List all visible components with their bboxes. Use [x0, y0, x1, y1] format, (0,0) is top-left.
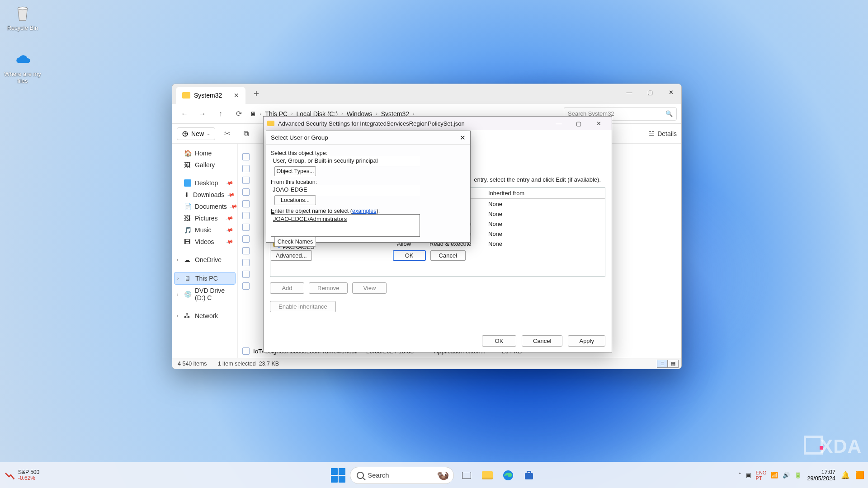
tray-app-icon[interactable]: 🟧 [855, 471, 864, 479]
minimize-button[interactable]: — [549, 117, 568, 129]
object-types-button[interactable]: Object Types... [274, 166, 316, 176]
back-button[interactable]: ← [177, 107, 192, 121]
file-icon [242, 347, 250, 355]
pc-icon: 🖥 [249, 108, 257, 119]
enable-inheritance-button[interactable]: Enable inheritance [270, 301, 336, 312]
tray-screencast-icon[interactable]: ▣ [746, 472, 751, 479]
item-count: 4 540 items [178, 361, 207, 367]
nav-network[interactable]: ›🖧Network [174, 310, 236, 322]
minimize-button[interactable]: — [619, 84, 640, 100]
svg-point-1 [13, 478, 14, 479]
refresh-button[interactable]: ⟳ [231, 107, 246, 121]
maximize-button[interactable]: ▢ [640, 84, 660, 100]
taskbar-clock[interactable]: 17:07 29/05/2024 [807, 469, 835, 482]
nav-desktop[interactable]: Desktop📌 [174, 177, 236, 189]
svg-point-0 [18, 7, 28, 9]
start-button[interactable] [331, 468, 345, 483]
nav-onedrive[interactable]: ›☁OneDrive [174, 254, 236, 266]
cancel-button[interactable]: Cancel [430, 250, 466, 261]
tray-volume-icon[interactable]: 🔊 [783, 472, 790, 479]
nav-videos[interactable]: 🎞Videos📌 [174, 236, 236, 248]
cut-button[interactable]: ✂ [220, 127, 234, 141]
network-icon: 🖧 [184, 312, 191, 319]
object-name-input[interactable]: JOAO-EDGE\Administrators [271, 214, 420, 237]
object-type-label: Select this object type: [271, 150, 466, 156]
tray-language-icon[interactable]: ENGPT [756, 470, 767, 481]
pin-icon: 📌 [226, 238, 234, 246]
file-icon [242, 247, 250, 254]
onedrive-label: Where are my files [4, 70, 41, 84]
list-view-button[interactable]: ≣ [657, 360, 668, 368]
up-button[interactable]: ↑ [213, 107, 228, 121]
explorer-tab-active[interactable]: System32 ✕ [176, 87, 245, 104]
chevron-down-icon: ⌄ [207, 131, 210, 136]
nav-documents[interactable]: 📄Documents📌 [174, 201, 236, 212]
location-field[interactable]: JOAO-EDGE [271, 185, 420, 195]
nav-music[interactable]: 🎵Music📌 [174, 224, 236, 236]
pc-icon: 🖥 [184, 275, 192, 282]
advanced-button[interactable]: Advanced... [271, 250, 312, 261]
new-tab-button[interactable]: ＋ [250, 87, 263, 99]
close-tab-icon[interactable]: ✕ [234, 92, 239, 99]
nav-home[interactable]: 🏠Home [174, 147, 236, 159]
ok-button[interactable]: OK [393, 250, 426, 261]
new-button[interactable]: ⊕ New ⌄ [177, 127, 215, 140]
copy-button[interactable]: ⧉ [239, 127, 253, 141]
nav-this-pc[interactable]: ›🖥This PC [174, 272, 236, 285]
taskbar-edge[interactable] [500, 467, 516, 483]
navigation-pane: 🏠Home 🖼Gallery Desktop📌 ⬇Downloads📌 📄Doc… [172, 144, 238, 358]
desktop-icon-recycle-bin[interactable]: Recycle Bin [2, 4, 43, 31]
ok-button[interactable]: OK [482, 335, 516, 347]
nav-pictures[interactable]: 🖼Pictures📌 [174, 212, 236, 224]
forward-button[interactable]: → [195, 107, 210, 121]
apply-button[interactable]: Apply [568, 335, 605, 347]
add-button[interactable]: Add [270, 282, 304, 294]
music-icon: 🎵 [184, 226, 191, 234]
file-icon [242, 271, 250, 278]
nav-downloads[interactable]: ⬇Downloads📌 [174, 189, 236, 201]
file-icon [242, 224, 250, 231]
nav-dvd[interactable]: ›💿DVD Drive (D:) C [174, 285, 236, 304]
pin-icon: 📌 [226, 214, 234, 222]
tray-battery-icon[interactable]: 🔋 [794, 472, 802, 479]
folder-icon [182, 92, 190, 99]
notifications-button[interactable]: 🔔 [841, 471, 850, 479]
gallery-icon: 🖼 [184, 161, 191, 169]
nav-gallery[interactable]: 🖼Gallery [174, 159, 236, 171]
chevron-right-icon: › [177, 276, 179, 281]
close-button[interactable]: ✕ [589, 117, 608, 129]
stock-widget[interactable]: S&P 500 -0.62% [18, 469, 39, 481]
file-icon [242, 282, 250, 290]
task-view-button[interactable] [458, 467, 475, 483]
plus-icon: ⊕ [182, 131, 189, 137]
downloads-icon: ⬇ [184, 191, 189, 198]
desktop-icon-onedrive[interactable]: Where are my files [2, 50, 43, 84]
select-user-dialog: Select User or Group ✕ Select this objec… [266, 131, 471, 243]
close-button[interactable]: ✕ [460, 134, 466, 142]
details-toggle[interactable]: ☱ Details [649, 130, 677, 137]
taskbar-store[interactable] [521, 467, 537, 483]
close-button[interactable]: ✕ [660, 84, 681, 100]
object-name-label: EEnter the object name to select (nter t… [271, 208, 466, 214]
taskbar-search[interactable]: Search 🦦 [350, 467, 454, 484]
tiles-view-button[interactable]: ▦ [668, 360, 679, 368]
file-icon [242, 212, 250, 219]
tray-chevron-icon[interactable]: ˄ [738, 472, 741, 479]
advsec-titlebar: Advanced Security Settings for Integrate… [264, 117, 612, 130]
remove-button[interactable]: Remove [309, 282, 348, 294]
examples-link[interactable]: examples [352, 208, 377, 214]
check-names-button[interactable]: Check Names [274, 237, 316, 247]
object-type-field[interactable]: User, Group, or Built-in security princi… [271, 156, 420, 166]
search-icon [357, 472, 364, 479]
cancel-button[interactable]: Cancel [522, 335, 562, 347]
file-icon [242, 259, 250, 266]
location-label: From this location: [271, 179, 466, 185]
view-button[interactable]: View [352, 282, 387, 294]
tray-wifi-icon[interactable]: 📶 [771, 472, 778, 479]
explorer-tabbar: System32 ✕ ＋ — ▢ ✕ [172, 84, 681, 104]
file-icon [242, 200, 250, 207]
details-icon: ☱ [649, 130, 655, 137]
taskbar-file-explorer[interactable] [479, 467, 495, 483]
locations-button[interactable]: Locations... [274, 195, 316, 205]
maximize-button[interactable]: ▢ [569, 117, 588, 129]
